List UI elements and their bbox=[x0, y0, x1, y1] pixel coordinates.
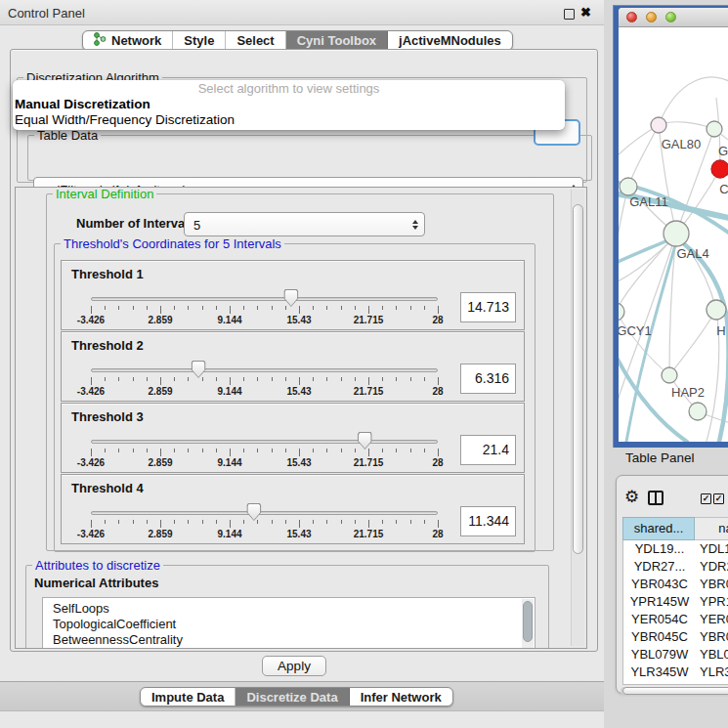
tick-mark bbox=[91, 449, 92, 456]
network-node[interactable] bbox=[707, 300, 726, 320]
threshold-box-4: Threshold 4-3.4262.8599.14415.4321.71528… bbox=[61, 474, 525, 544]
attribute-list-item[interactable]: BetweennessCentrality bbox=[43, 632, 535, 648]
network-edge[interactable] bbox=[669, 310, 716, 375]
network-node[interactable] bbox=[711, 160, 728, 178]
threshold-slider[interactable]: -3.4262.8599.14415.4321.71528 bbox=[91, 332, 438, 403]
tick-mark bbox=[341, 306, 342, 310]
algorithm-option-equal-width-frequency-discretization[interactable]: Equal Width/Frequency Discretization bbox=[13, 112, 565, 128]
gear-icon[interactable]: ⚙ bbox=[624, 489, 639, 505]
tick-mark bbox=[230, 306, 231, 314]
network-node[interactable] bbox=[651, 117, 666, 133]
tick-mark bbox=[174, 377, 175, 381]
tick-mark bbox=[341, 520, 342, 524]
float-window-icon[interactable] bbox=[564, 9, 575, 20]
table-row[interactable]: YBL079WYBL0 bbox=[623, 646, 728, 664]
tick-label: -3.426 bbox=[77, 529, 105, 539]
tab-discretize-data[interactable]: Discretize Data bbox=[236, 688, 349, 706]
mac-close-icon[interactable] bbox=[626, 12, 637, 22]
mac-zoom-icon[interactable] bbox=[665, 12, 676, 22]
table-hscrollbar-thumb[interactable] bbox=[622, 687, 728, 695]
network-node[interactable] bbox=[620, 178, 637, 195]
tick-label: 2.859 bbox=[148, 386, 172, 397]
network-node[interactable] bbox=[619, 303, 624, 321]
threshold-slider[interactable]: -3.4262.8599.14415.4321.71528 bbox=[91, 404, 438, 474]
tab-select[interactable]: Select bbox=[226, 31, 285, 50]
network-edge[interactable] bbox=[659, 77, 728, 125]
tab-jactivemnodules[interactable]: jActiveMNodules bbox=[388, 31, 512, 50]
tick-mark bbox=[355, 520, 356, 524]
tick-mark bbox=[396, 449, 397, 452]
numerical-attributes-list[interactable]: SelfLoopsTopologicalCoefficientBetweenne… bbox=[42, 597, 535, 649]
attribute-list-item[interactable]: SelfLoops bbox=[43, 601, 535, 617]
tick-mark bbox=[382, 377, 383, 381]
split-view-icon[interactable] bbox=[648, 491, 664, 505]
dropdown-placeholder: Select algorithm to view settings bbox=[13, 81, 565, 97]
network-node[interactable] bbox=[689, 403, 707, 420]
slider-thumb[interactable] bbox=[358, 432, 372, 450]
panel-scrollbar[interactable] bbox=[571, 190, 584, 646]
table-cell: YER054C bbox=[623, 611, 696, 628]
tick-mark bbox=[272, 449, 273, 452]
tab-style[interactable]: Style bbox=[173, 31, 226, 50]
slider-track[interactable] bbox=[91, 368, 438, 372]
tick-mark bbox=[272, 520, 273, 524]
network-window-titlebar[interactable] bbox=[619, 8, 728, 27]
list-scrollbar[interactable] bbox=[522, 599, 534, 649]
table-row[interactable]: YER054CYER0 bbox=[623, 611, 728, 628]
tab-infer-network[interactable]: Infer Network bbox=[350, 688, 452, 706]
num-intervals-combo[interactable]: 5 bbox=[184, 212, 425, 236]
network-canvas[interactable]: GAL80GCGAL11GAL4GCY1HHAP2 bbox=[619, 27, 728, 442]
network-node[interactable] bbox=[662, 367, 677, 383]
slider-thumb[interactable] bbox=[246, 503, 261, 521]
table-row[interactable]: YBR045CYBR0 bbox=[623, 628, 728, 646]
tick-mark bbox=[341, 449, 342, 452]
checkbox-checked-icon[interactable]: ✓ bbox=[713, 493, 724, 504]
checkbox-checked-icon[interactable]: ✓ bbox=[701, 493, 711, 504]
slider-thumb[interactable] bbox=[283, 289, 298, 307]
table-hscrollbar[interactable] bbox=[621, 687, 728, 695]
apply-button[interactable]: Apply bbox=[262, 656, 326, 676]
threshold-value-field[interactable]: 21.4 bbox=[460, 435, 516, 465]
tick-mark bbox=[326, 377, 327, 381]
slider-track[interactable] bbox=[91, 297, 438, 301]
mac-minimize-icon[interactable] bbox=[646, 12, 657, 22]
algorithm-option-manual-discretization[interactable]: Manual Discretization bbox=[13, 97, 565, 112]
tick-mark bbox=[133, 306, 134, 310]
network-graph[interactable] bbox=[619, 27, 728, 442]
network-node[interactable] bbox=[664, 221, 689, 246]
close-panel-icon[interactable]: ✖ bbox=[580, 5, 591, 20]
slider-track[interactable] bbox=[91, 511, 438, 515]
table-row[interactable]: YDL19...YDL1 bbox=[623, 540, 728, 558]
panel-scrollbar-thumb[interactable] bbox=[573, 204, 583, 554]
column-header-na[interactable]: na bbox=[695, 517, 728, 540]
attribute-list-item[interactable]: TopologicalCoefficient bbox=[43, 617, 535, 632]
tick-label: 21.715 bbox=[354, 315, 384, 325]
tab-impute-data[interactable]: Impute Data bbox=[141, 688, 236, 706]
tab-cyni-toolbox[interactable]: Cyni Toolbox bbox=[286, 31, 388, 50]
tick-mark bbox=[160, 306, 161, 314]
network-edge[interactable] bbox=[619, 312, 669, 375]
table-row[interactable]: YDR27...YDR2 bbox=[623, 558, 728, 576]
slider-tick-labels: -3.4262.8599.14415.4321.71528 bbox=[91, 529, 438, 540]
numerical-attributes-label: Numerical Attributes bbox=[34, 576, 158, 590]
table-row[interactable]: YPR145WYPR1 bbox=[623, 593, 728, 611]
table-row[interactable]: YBR043CYBR0 bbox=[623, 576, 728, 593]
tick-mark bbox=[285, 520, 286, 524]
threshold-value-field[interactable]: 6.316 bbox=[460, 364, 516, 394]
tick-mark bbox=[368, 377, 369, 385]
tick-mark bbox=[118, 377, 119, 381]
slider-track[interactable] bbox=[91, 440, 438, 444]
slider-thumb[interactable] bbox=[192, 361, 206, 378]
table-row[interactable]: YLR345WYLR3 bbox=[623, 664, 728, 681]
tick-mark bbox=[202, 377, 203, 381]
threshold-slider[interactable]: -3.4262.8599.14415.4321.71528 bbox=[91, 475, 438, 545]
list-scrollbar-thumb[interactable] bbox=[523, 601, 533, 642]
tab-network[interactable]: Network bbox=[83, 31, 173, 50]
right-panel-area: GAL80GCGAL11GAL4GCY1HHAP2 Table Panel ⚙ … bbox=[604, 0, 728, 728]
table-row[interactable]: YIL052CYIL0 bbox=[623, 681, 728, 685]
network-node[interactable] bbox=[707, 121, 722, 137]
column-header-shared[interactable]: shared... bbox=[622, 517, 695, 540]
threshold-slider[interactable]: -3.4262.8599.14415.4321.71528 bbox=[91, 261, 438, 331]
threshold-value-field[interactable]: 14.713 bbox=[460, 292, 516, 322]
threshold-value-field[interactable]: 11.344 bbox=[460, 506, 516, 536]
